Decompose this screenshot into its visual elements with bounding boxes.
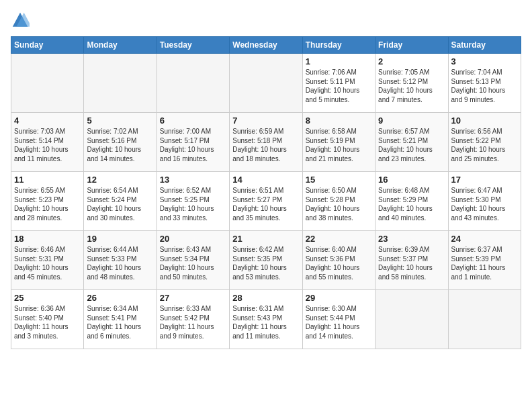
- cell-info: Sunrise: 6:36 AM Sunset: 5:40 PM Dayligh…: [14, 304, 81, 340]
- calendar-cell: [375, 290, 448, 349]
- cell-info: Sunrise: 6:34 AM Sunset: 5:41 PM Dayligh…: [87, 304, 153, 340]
- calendar-cell: 29Sunrise: 6:30 AM Sunset: 5:44 PM Dayli…: [302, 290, 375, 349]
- calendar-cell: 24Sunrise: 6:37 AM Sunset: 5:39 PM Dayli…: [448, 231, 521, 290]
- cell-info: Sunrise: 6:47 AM Sunset: 5:30 PM Dayligh…: [451, 186, 518, 222]
- calendar-cell: 6Sunrise: 7:00 AM Sunset: 5:17 PM Daylig…: [157, 113, 229, 172]
- calendar-cell: 8Sunrise: 6:58 AM Sunset: 5:19 PM Daylig…: [302, 113, 375, 172]
- day-number: 26: [87, 293, 153, 303]
- day-number: 2: [378, 56, 445, 66]
- cell-info: Sunrise: 6:52 AM Sunset: 5:25 PM Dayligh…: [160, 186, 226, 222]
- cell-info: Sunrise: 6:57 AM Sunset: 5:21 PM Dayligh…: [378, 127, 445, 163]
- day-number: 16: [378, 175, 445, 185]
- calendar-cell: 16Sunrise: 6:48 AM Sunset: 5:29 PM Dayli…: [375, 172, 448, 231]
- day-number: 23: [378, 234, 445, 244]
- calendar-cell: 28Sunrise: 6:31 AM Sunset: 5:43 PM Dayli…: [230, 290, 302, 349]
- day-number: 14: [232, 175, 299, 185]
- header-row: SundayMondayTuesdayWednesdayThursdayFrid…: [11, 37, 521, 54]
- calendar-cell: 18Sunrise: 6:46 AM Sunset: 5:31 PM Dayli…: [11, 231, 84, 290]
- page-container: SundayMondayTuesdayWednesdayThursdayFrid…: [0, 0, 532, 356]
- calendar-cell: 14Sunrise: 6:51 AM Sunset: 5:27 PM Dayli…: [230, 172, 302, 231]
- cell-info: Sunrise: 6:40 AM Sunset: 5:36 PM Dayligh…: [306, 245, 372, 281]
- calendar-cell: 4Sunrise: 7:03 AM Sunset: 5:14 PM Daylig…: [11, 113, 84, 172]
- cell-info: Sunrise: 7:02 AM Sunset: 5:16 PM Dayligh…: [87, 127, 153, 163]
- calendar-week-row: 25Sunrise: 6:36 AM Sunset: 5:40 PM Dayli…: [11, 290, 521, 349]
- calendar-cell: 15Sunrise: 6:50 AM Sunset: 5:28 PM Dayli…: [302, 172, 375, 231]
- calendar-cell: 25Sunrise: 6:36 AM Sunset: 5:40 PM Dayli…: [11, 290, 84, 349]
- day-number: 27: [160, 293, 226, 303]
- day-number: 7: [232, 116, 299, 126]
- day-number: 4: [14, 116, 81, 126]
- day-number: 12: [87, 175, 153, 185]
- calendar-cell: 1Sunrise: 7:06 AM Sunset: 5:11 PM Daylig…: [302, 54, 375, 113]
- day-number: 20: [160, 234, 226, 244]
- calendar-cell: 10Sunrise: 6:56 AM Sunset: 5:22 PM Dayli…: [448, 113, 521, 172]
- cell-info: Sunrise: 6:42 AM Sunset: 5:35 PM Dayligh…: [232, 245, 299, 281]
- calendar-cell: 20Sunrise: 6:43 AM Sunset: 5:34 PM Dayli…: [157, 231, 229, 290]
- day-header: Sunday: [11, 37, 84, 54]
- day-header: Thursday: [302, 37, 375, 54]
- day-number: 24: [451, 234, 518, 244]
- day-number: 1: [306, 56, 372, 66]
- calendar-week-row: 11Sunrise: 6:55 AM Sunset: 5:23 PM Dayli…: [11, 172, 521, 231]
- calendar-cell: 11Sunrise: 6:55 AM Sunset: 5:23 PM Dayli…: [11, 172, 84, 231]
- logo-icon: [11, 11, 30, 30]
- day-header: Tuesday: [157, 37, 229, 54]
- calendar-cell: 17Sunrise: 6:47 AM Sunset: 5:30 PM Dayli…: [448, 172, 521, 231]
- calendar-cell: [11, 54, 84, 113]
- calendar-cell: [157, 54, 229, 113]
- calendar-cell: 9Sunrise: 6:57 AM Sunset: 5:21 PM Daylig…: [375, 113, 448, 172]
- day-number: 9: [378, 116, 445, 126]
- calendar-cell: 13Sunrise: 6:52 AM Sunset: 5:25 PM Dayli…: [157, 172, 229, 231]
- cell-info: Sunrise: 7:06 AM Sunset: 5:11 PM Dayligh…: [306, 68, 372, 104]
- day-header: Saturday: [448, 37, 521, 54]
- day-number: 25: [14, 293, 81, 303]
- calendar-table: SundayMondayTuesdayWednesdayThursdayFrid…: [11, 36, 521, 349]
- calendar-week-row: 4Sunrise: 7:03 AM Sunset: 5:14 PM Daylig…: [11, 113, 521, 172]
- day-number: 17: [451, 175, 518, 185]
- cell-info: Sunrise: 6:46 AM Sunset: 5:31 PM Dayligh…: [14, 245, 81, 281]
- calendar-cell: 22Sunrise: 6:40 AM Sunset: 5:36 PM Dayli…: [302, 231, 375, 290]
- calendar-cell: 27Sunrise: 6:33 AM Sunset: 5:42 PM Dayli…: [157, 290, 229, 349]
- calendar-cell: [84, 54, 157, 113]
- cell-info: Sunrise: 6:58 AM Sunset: 5:19 PM Dayligh…: [306, 127, 372, 163]
- cell-info: Sunrise: 6:39 AM Sunset: 5:37 PM Dayligh…: [378, 245, 445, 281]
- day-number: 18: [14, 234, 81, 244]
- calendar-cell: 7Sunrise: 6:59 AM Sunset: 5:18 PM Daylig…: [230, 113, 302, 172]
- day-header: Friday: [375, 37, 448, 54]
- cell-info: Sunrise: 6:37 AM Sunset: 5:39 PM Dayligh…: [451, 245, 518, 281]
- day-number: 11: [14, 175, 81, 185]
- day-number: 10: [451, 116, 518, 126]
- day-number: 5: [87, 116, 153, 126]
- day-number: 3: [451, 56, 518, 66]
- calendar-cell: 21Sunrise: 6:42 AM Sunset: 5:35 PM Dayli…: [230, 231, 302, 290]
- day-number: 19: [87, 234, 153, 244]
- day-header: Monday: [84, 37, 157, 54]
- cell-info: Sunrise: 6:33 AM Sunset: 5:42 PM Dayligh…: [160, 304, 226, 340]
- calendar-cell: 23Sunrise: 6:39 AM Sunset: 5:37 PM Dayli…: [375, 231, 448, 290]
- calendar-cell: 2Sunrise: 7:05 AM Sunset: 5:12 PM Daylig…: [375, 54, 448, 113]
- header: [11, 11, 521, 30]
- calendar-cell: 12Sunrise: 6:54 AM Sunset: 5:24 PM Dayli…: [84, 172, 157, 231]
- cell-info: Sunrise: 6:48 AM Sunset: 5:29 PM Dayligh…: [378, 186, 445, 222]
- cell-info: Sunrise: 6:59 AM Sunset: 5:18 PM Dayligh…: [232, 127, 299, 163]
- calendar-cell: 26Sunrise: 6:34 AM Sunset: 5:41 PM Dayli…: [84, 290, 157, 349]
- calendar-cell: 5Sunrise: 7:02 AM Sunset: 5:16 PM Daylig…: [84, 113, 157, 172]
- day-number: 28: [232, 293, 299, 303]
- day-number: 29: [306, 293, 372, 303]
- cell-info: Sunrise: 6:54 AM Sunset: 5:24 PM Dayligh…: [87, 186, 153, 222]
- cell-info: Sunrise: 6:44 AM Sunset: 5:33 PM Dayligh…: [87, 245, 153, 281]
- cell-info: Sunrise: 6:31 AM Sunset: 5:43 PM Dayligh…: [232, 304, 299, 340]
- cell-info: Sunrise: 7:04 AM Sunset: 5:13 PM Dayligh…: [451, 68, 518, 104]
- day-number: 8: [306, 116, 372, 126]
- cell-info: Sunrise: 7:03 AM Sunset: 5:14 PM Dayligh…: [14, 127, 81, 163]
- logo: [11, 11, 32, 30]
- cell-info: Sunrise: 7:05 AM Sunset: 5:12 PM Dayligh…: [378, 68, 445, 104]
- cell-info: Sunrise: 6:51 AM Sunset: 5:27 PM Dayligh…: [232, 186, 299, 222]
- cell-info: Sunrise: 6:43 AM Sunset: 5:34 PM Dayligh…: [160, 245, 226, 281]
- day-number: 21: [232, 234, 299, 244]
- cell-info: Sunrise: 6:55 AM Sunset: 5:23 PM Dayligh…: [14, 186, 81, 222]
- day-number: 6: [160, 116, 226, 126]
- day-number: 13: [160, 175, 226, 185]
- cell-info: Sunrise: 6:30 AM Sunset: 5:44 PM Dayligh…: [306, 304, 372, 340]
- calendar-cell: 3Sunrise: 7:04 AM Sunset: 5:13 PM Daylig…: [448, 54, 521, 113]
